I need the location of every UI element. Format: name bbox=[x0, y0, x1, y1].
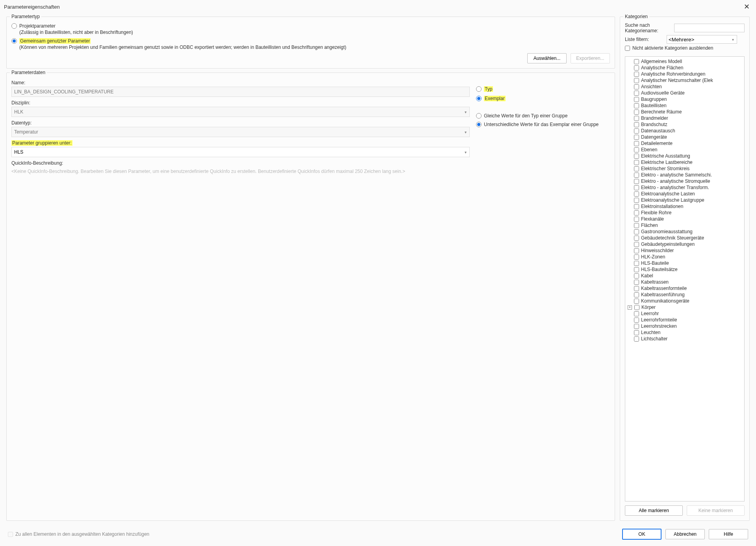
category-checkbox[interactable] bbox=[634, 185, 639, 190]
category-checkbox[interactable] bbox=[634, 318, 639, 323]
category-checkbox[interactable] bbox=[634, 267, 639, 272]
category-tree[interactable]: Allgemeines ModellAnalytische FlächenAna… bbox=[625, 56, 745, 501]
tree-item[interactable]: Hinweisschilder bbox=[626, 247, 743, 254]
tree-item[interactable]: Flexible Rohre bbox=[626, 210, 743, 216]
select-filter-list[interactable] bbox=[667, 35, 737, 44]
category-checkbox[interactable] bbox=[634, 280, 639, 285]
close-icon[interactable]: ✕ bbox=[741, 2, 752, 11]
category-checkbox[interactable] bbox=[634, 330, 639, 335]
radio-same-values[interactable] bbox=[476, 113, 482, 119]
tree-item[interactable]: Elektrische Ausstattung bbox=[626, 153, 743, 159]
tree-item[interactable]: Detailelemente bbox=[626, 140, 743, 147]
category-checkbox[interactable] bbox=[634, 78, 639, 83]
tree-item[interactable]: Kabeltrassen bbox=[626, 279, 743, 285]
category-checkbox[interactable] bbox=[634, 141, 639, 146]
tree-item[interactable]: Brandmelder bbox=[626, 115, 743, 121]
category-checkbox[interactable] bbox=[634, 147, 639, 152]
tree-item[interactable]: Leerrohrstrecken bbox=[626, 323, 743, 329]
tree-item[interactable]: Kommunikationsgeräte bbox=[626, 298, 743, 304]
tree-item[interactable]: Elektroanalytische Lasten bbox=[626, 191, 743, 197]
tree-item[interactable]: Flexkanäle bbox=[626, 216, 743, 222]
select-group-under[interactable] bbox=[11, 147, 470, 157]
tree-item[interactable]: Bauteillisten bbox=[626, 102, 743, 109]
tree-item[interactable]: Brandschutz bbox=[626, 121, 743, 128]
radio-diff-values[interactable] bbox=[476, 122, 482, 127]
tree-item[interactable]: Kabeltrassenformteile bbox=[626, 285, 743, 292]
select-disziplin[interactable] bbox=[11, 107, 470, 117]
category-checkbox[interactable] bbox=[634, 242, 639, 247]
tree-item[interactable]: Elektro - analytische Sammelschi. bbox=[626, 172, 743, 178]
radio-shared-parameter[interactable] bbox=[11, 38, 17, 44]
tree-item[interactable]: Leerrohr bbox=[626, 310, 743, 317]
tree-item[interactable]: Elektrischer Stromkreis bbox=[626, 165, 743, 172]
tree-item[interactable]: Leerrohrformteile bbox=[626, 317, 743, 323]
category-checkbox[interactable] bbox=[634, 229, 639, 234]
category-checkbox[interactable] bbox=[634, 299, 639, 304]
checkbox-hide-inactive[interactable] bbox=[625, 46, 630, 51]
input-search-category[interactable] bbox=[674, 24, 745, 32]
cancel-button[interactable]: Abbrechen bbox=[665, 529, 705, 539]
tree-item[interactable]: Baugruppen bbox=[626, 96, 743, 102]
category-checkbox[interactable] bbox=[634, 261, 639, 266]
tree-item[interactable]: Kabel bbox=[626, 273, 743, 279]
tree-item[interactable]: +Körper bbox=[626, 304, 743, 310]
category-checkbox[interactable] bbox=[634, 336, 639, 342]
category-checkbox[interactable] bbox=[634, 84, 639, 89]
category-checkbox[interactable] bbox=[634, 217, 639, 222]
category-checkbox[interactable] bbox=[634, 292, 639, 297]
tree-item[interactable]: Gastronomieausstattung bbox=[626, 228, 743, 235]
tree-item[interactable]: Ansichten bbox=[626, 84, 743, 90]
tree-item[interactable]: Flächen bbox=[626, 222, 743, 228]
tree-item[interactable]: HLS-Bauteile bbox=[626, 260, 743, 266]
tree-item[interactable]: Elektrische Lastbereiche bbox=[626, 159, 743, 165]
category-checkbox[interactable] bbox=[634, 179, 639, 184]
category-checkbox[interactable] bbox=[634, 248, 639, 253]
expand-icon[interactable]: + bbox=[628, 305, 632, 310]
category-checkbox[interactable] bbox=[634, 116, 639, 121]
category-checkbox[interactable] bbox=[634, 160, 639, 165]
category-checkbox[interactable] bbox=[634, 97, 639, 102]
tree-item[interactable]: Datengeräte bbox=[626, 134, 743, 140]
category-checkbox[interactable] bbox=[634, 59, 639, 64]
tree-item[interactable]: Allgemeines Modell bbox=[626, 58, 743, 65]
ok-button[interactable]: OK bbox=[622, 529, 662, 540]
category-checkbox[interactable] bbox=[634, 91, 639, 96]
tree-item[interactable]: Lichtschalter bbox=[626, 336, 743, 342]
category-checkbox[interactable] bbox=[634, 236, 639, 241]
tree-item[interactable]: Analytische Rohrverbindungen bbox=[626, 71, 743, 77]
category-checkbox[interactable] bbox=[634, 65, 639, 71]
tree-item[interactable]: Gebäudetypeinstellungen bbox=[626, 241, 743, 247]
category-checkbox[interactable] bbox=[634, 210, 639, 215]
tree-item[interactable]: HLK-Zonen bbox=[626, 254, 743, 260]
category-checkbox[interactable] bbox=[634, 135, 639, 140]
radio-projektparameter[interactable] bbox=[11, 23, 17, 29]
category-checkbox[interactable] bbox=[634, 286, 639, 291]
help-button[interactable]: Hilfe bbox=[709, 529, 748, 539]
radio-typ[interactable] bbox=[476, 86, 482, 92]
radio-exemplar[interactable] bbox=[476, 96, 482, 101]
tree-item[interactable]: Elektro - analytischer Transform. bbox=[626, 184, 743, 191]
category-checkbox[interactable] bbox=[634, 324, 639, 329]
tree-item[interactable]: Gebäudetechnik Steuergeräte bbox=[626, 235, 743, 241]
tree-item[interactable]: Kabeltrassenführung bbox=[626, 292, 743, 298]
category-checkbox[interactable] bbox=[634, 166, 639, 171]
category-checkbox[interactable] bbox=[634, 254, 639, 260]
category-checkbox[interactable] bbox=[634, 173, 639, 178]
tree-item[interactable]: Ebenen bbox=[626, 147, 743, 153]
category-checkbox[interactable] bbox=[634, 311, 639, 316]
tree-item[interactable]: Elektro - analytische Stromquelle bbox=[626, 178, 743, 184]
tree-item[interactable]: Audiovisuelle Geräte bbox=[626, 90, 743, 96]
category-checkbox[interactable] bbox=[634, 122, 639, 127]
category-checkbox[interactable] bbox=[634, 72, 639, 77]
category-checkbox[interactable] bbox=[634, 305, 639, 310]
tree-item[interactable]: Analytischer Netzumschalter (Elek bbox=[626, 77, 743, 84]
category-checkbox[interactable] bbox=[634, 128, 639, 134]
tree-item[interactable]: Berechnete Räume bbox=[626, 109, 743, 115]
tree-item[interactable]: Elektroinstallationen bbox=[626, 203, 743, 210]
select-datentyp[interactable] bbox=[11, 127, 470, 137]
tree-item[interactable]: Elektroanalytische Lastgruppe bbox=[626, 197, 743, 203]
tree-item[interactable]: HLS-Bauteilsätze bbox=[626, 266, 743, 273]
category-checkbox[interactable] bbox=[634, 154, 639, 159]
category-checkbox[interactable] bbox=[634, 110, 639, 115]
tree-item[interactable]: Analytische Flächen bbox=[626, 65, 743, 71]
